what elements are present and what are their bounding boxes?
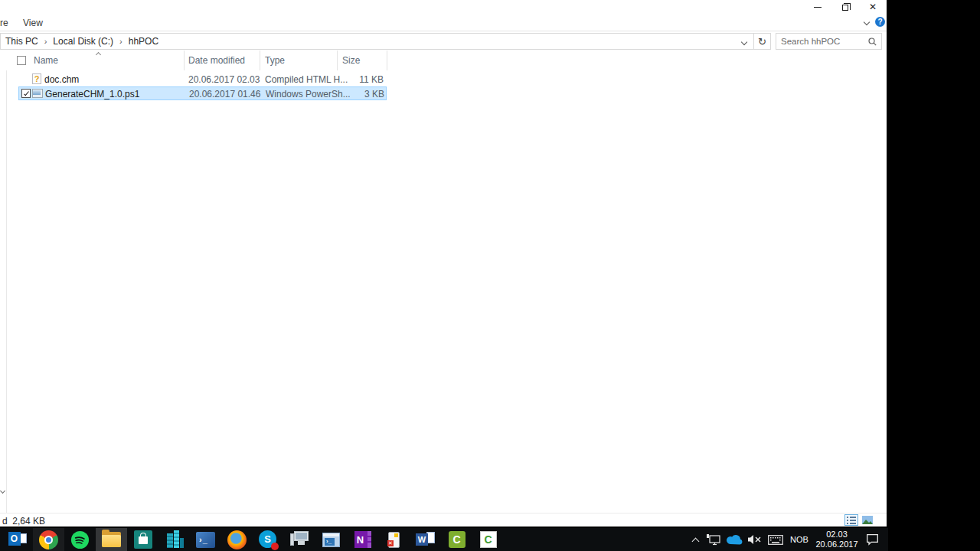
- tab-share-partial[interactable]: re: [0, 18, 8, 28]
- scroll-down-icon[interactable]: [0, 488, 5, 494]
- breadcrumb-separator-icon: ›: [118, 37, 124, 46]
- window-controls: ✕: [804, 0, 887, 14]
- close-button[interactable]: ✕: [859, 0, 887, 14]
- column-divider[interactable]: [260, 51, 260, 70]
- search-icon[interactable]: [868, 37, 877, 46]
- action-center-icon[interactable]: [861, 528, 884, 551]
- file-size: 11 KB: [337, 74, 384, 85]
- status-summary: d 2,64 KB: [2, 516, 45, 527]
- ribbon-collapse-icon[interactable]: [864, 18, 870, 24]
- taskbar-camtasia-recorder-icon[interactable]: C: [472, 528, 504, 551]
- restore-icon: [842, 5, 848, 11]
- refresh-icon: ↻: [758, 36, 766, 47]
- taskbar-powershell-ise-icon[interactable]: ›_: [315, 528, 347, 551]
- ribbon-tab-row: re View ?: [0, 14, 887, 31]
- taskbar-skype-icon[interactable]: S: [253, 528, 284, 551]
- taskbar-device-alert-icon[interactable]: ✕: [378, 528, 410, 551]
- taskbar-remote-desktop-icon[interactable]: [284, 528, 315, 551]
- close-icon: ✕: [869, 2, 877, 11]
- sort-ascending-icon[interactable]: [96, 52, 101, 57]
- minimize-button[interactable]: [804, 0, 831, 14]
- taskbar-file-explorer-icon[interactable]: [96, 528, 127, 551]
- file-type: Compiled HTML H...: [265, 74, 348, 85]
- taskbar-chrome-icon[interactable]: [33, 528, 64, 551]
- chm-file-icon: ?: [31, 73, 42, 85]
- clock[interactable]: 02.03 20.06.2017: [813, 528, 861, 551]
- file-explorer-window: ✕ re View ? This PC › Local Disk (C:) › …: [0, 0, 887, 527]
- screen-black-area: [888, 0, 980, 551]
- column-divider[interactable]: [387, 51, 387, 70]
- file-date-modified: 20.06.2017 02.03: [188, 74, 260, 85]
- clock-date: 20.06.2017: [815, 540, 858, 549]
- taskbar-windows-store-icon[interactable]: [127, 528, 158, 551]
- select-all-checkbox[interactable]: [17, 56, 26, 65]
- column-divider[interactable]: [337, 51, 338, 70]
- large-icons-view-toggle[interactable]: [861, 514, 874, 526]
- address-row: This PC › Local Disk (C:) › hhPOC ↻: [0, 32, 887, 51]
- address-bar[interactable]: This PC › Local Disk (C:) › hhPOC: [0, 33, 754, 50]
- taskbar-outlook-icon[interactable]: O: [2, 528, 33, 551]
- search-input[interactable]: [776, 34, 862, 49]
- touch-keyboard-icon[interactable]: [765, 528, 786, 551]
- file-date-modified: 20.06.2017 01.46: [189, 89, 260, 99]
- taskbar: O ›_ S ›_: [0, 528, 888, 551]
- minimize-icon: [814, 7, 822, 8]
- clock-time: 02.03: [826, 530, 848, 540]
- volume-muted-icon[interactable]: [744, 528, 765, 551]
- column-headers: Name Date modified Type Size: [0, 51, 887, 70]
- onedrive-icon[interactable]: [724, 528, 744, 551]
- help-icon[interactable]: ?: [875, 17, 885, 27]
- checkmark-icon: [24, 90, 29, 95]
- nav-pane-scrollbar[interactable]: [0, 51, 7, 513]
- language-indicator[interactable]: NOB: [786, 528, 813, 551]
- column-header-name[interactable]: Name: [34, 55, 58, 66]
- status-bar: d 2,64 KB: [0, 513, 887, 527]
- taskbar-camtasia-icon[interactable]: C: [441, 528, 472, 551]
- column-header-date-modified[interactable]: Date modified: [188, 55, 245, 66]
- taskbar-spotify-icon[interactable]: [64, 528, 96, 551]
- restore-button[interactable]: [831, 0, 859, 14]
- refresh-button[interactable]: ↻: [753, 33, 771, 50]
- taskbar-onenote-icon[interactable]: N: [347, 528, 378, 551]
- tab-view[interactable]: View: [23, 18, 43, 28]
- thumbnail-view-icon: [862, 516, 873, 524]
- breadcrumb-local-disk[interactable]: Local Disk (C:): [48, 36, 118, 47]
- details-view-icon: [847, 517, 856, 524]
- search-box: [776, 33, 882, 50]
- taskbar-powershell-icon[interactable]: ›_: [190, 528, 221, 551]
- titlebar: ✕: [0, 0, 887, 14]
- column-header-type[interactable]: Type: [265, 55, 285, 66]
- taskbar-word-icon[interactable]: W: [410, 528, 441, 551]
- breadcrumb-this-pc[interactable]: This PC: [1, 36, 43, 47]
- column-header-size[interactable]: Size: [342, 55, 360, 66]
- file-size: 3 KB: [338, 89, 384, 99]
- address-dropdown-icon[interactable]: [741, 39, 747, 45]
- file-name[interactable]: GenerateCHM_1.0.ps1: [45, 89, 139, 99]
- file-name[interactable]: doc.chm: [44, 74, 79, 85]
- details-view-toggle[interactable]: [844, 514, 858, 526]
- file-row-generatechm-ps1[interactable]: GenerateCHM_1.0.ps1 20.06.2017 01.46 Win…: [18, 86, 387, 100]
- row-checkbox-checked[interactable]: [21, 89, 31, 98]
- taskbar-server-manager-icon[interactable]: [158, 528, 190, 551]
- system-tray: NOB 02.03 20.06.2017: [688, 528, 884, 551]
- hidden-icons-chevron[interactable]: [688, 528, 703, 551]
- file-row-doc-chm[interactable]: ? doc.chm 20.06.2017 02.03 Compiled HTML…: [0, 73, 387, 86]
- breadcrumb-separator-icon: ›: [43, 37, 49, 46]
- taskbar-firefox-icon[interactable]: [221, 528, 253, 551]
- column-divider[interactable]: [184, 51, 185, 70]
- powershell-script-icon: [32, 88, 43, 99]
- breadcrumb-hhpoc[interactable]: hhPOC: [124, 36, 163, 47]
- network-icon[interactable]: [703, 528, 724, 551]
